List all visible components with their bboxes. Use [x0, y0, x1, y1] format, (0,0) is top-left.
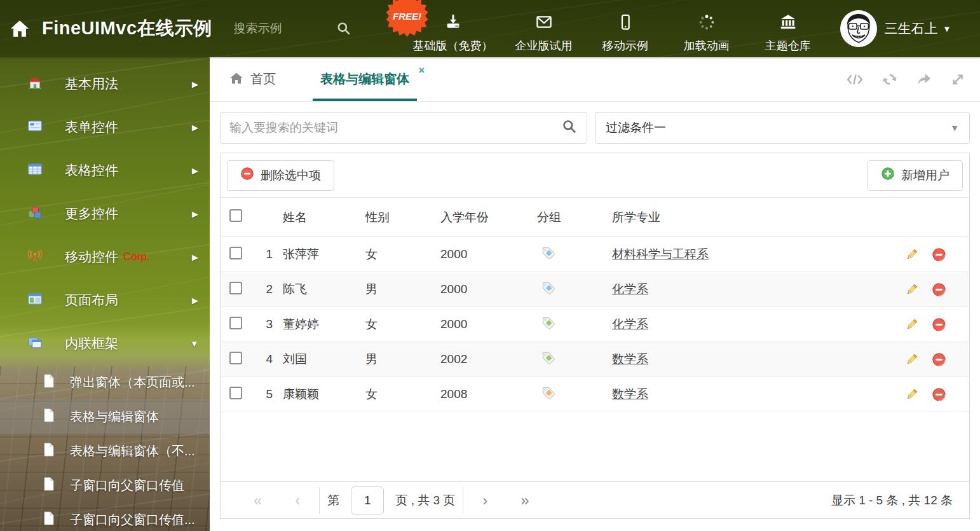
column-header-year[interactable]: 入学年份: [440, 209, 537, 226]
nav-item-basic-edition[interactable]: FREE! 基础版（免费）: [413, 4, 493, 53]
button-label: 删除选中项: [261, 167, 321, 184]
row-actions: [895, 317, 969, 332]
edit-icon[interactable]: [904, 247, 919, 262]
edit-icon[interactable]: [904, 387, 919, 402]
spinner-icon: [697, 13, 716, 34]
sidebar-subitem[interactable]: 子窗口向父窗口传值: [0, 468, 210, 502]
sidebar-subitem[interactable]: 表格与编辑窗体: [0, 399, 210, 434]
major-link[interactable]: 数学系: [612, 352, 648, 366]
grid-search-box: [220, 112, 587, 144]
page-last-button[interactable]: »: [504, 492, 545, 509]
delete-icon[interactable]: [932, 352, 946, 367]
caret-down-icon: ▼: [950, 123, 959, 133]
refresh-icon[interactable]: [881, 71, 899, 88]
edit-icon[interactable]: [904, 317, 919, 332]
sidebar-item-inline-frames[interactable]: 内联框架 ▼: [0, 322, 210, 365]
sidebar-subitem-label: 表格与编辑窗体: [70, 408, 159, 425]
major-link[interactable]: 化学系: [612, 317, 648, 331]
cell-name: 陈飞: [283, 281, 365, 298]
nav-item-theme-repo[interactable]: 主题仓库: [758, 4, 819, 53]
sidebar-item-label: 基本用法: [65, 75, 118, 93]
caret-down-icon: ▼: [943, 24, 951, 34]
row-index: 2: [255, 282, 283, 296]
row-actions: [895, 352, 969, 367]
file-icon: [42, 373, 56, 391]
major-link[interactable]: 数学系: [612, 387, 648, 401]
sidebar-item-form-controls[interactable]: 表单控件 ▶: [0, 106, 210, 149]
main-area: 首页 表格与编辑窗体 × 过滤条件一 ▼: [210, 57, 980, 531]
search-icon[interactable]: [336, 20, 352, 37]
header-search-input[interactable]: [234, 22, 330, 36]
home-icon[interactable]: [9, 18, 31, 39]
tab-home[interactable]: 首页: [229, 57, 276, 101]
grid-search-input[interactable]: [229, 121, 561, 135]
edit-icon[interactable]: [904, 352, 919, 367]
nav-item-enterprise-trial[interactable]: 企业版试用: [514, 4, 575, 53]
form-icon: [27, 118, 43, 137]
tab-label: 首页: [250, 71, 276, 88]
delete-icon[interactable]: [932, 247, 946, 262]
delete-icon[interactable]: [932, 317, 946, 332]
grid-header-row: 姓名 性别 入学年份 分组 所学专业: [221, 198, 969, 237]
tag-icon: [541, 385, 556, 401]
close-icon[interactable]: ×: [419, 65, 425, 76]
share-icon[interactable]: [915, 71, 933, 88]
table-row: 1 张萍萍 女 2000 材料科学与工程系: [221, 237, 969, 272]
user-menu[interactable]: 三生石上 ▼: [840, 10, 951, 47]
mobile-icon: [616, 13, 635, 34]
filter-dropdown[interactable]: 过滤条件一 ▼: [595, 112, 970, 144]
source-code-icon[interactable]: [845, 71, 864, 88]
nav-label: 移动示例: [602, 38, 648, 53]
edit-icon[interactable]: [904, 282, 919, 297]
cell-year: 2000: [440, 282, 537, 296]
page-first-button[interactable]: «: [237, 492, 278, 509]
column-header-major[interactable]: 所学专业: [612, 209, 895, 226]
record-count-summary: 显示 1 - 5 条 , 共 12 条: [831, 492, 953, 509]
sidebar-item-mobile-controls[interactable]: 移动控件 Corp. ▶: [0, 235, 210, 279]
divider: [463, 487, 463, 514]
column-header-group[interactable]: 分组: [537, 209, 612, 226]
row-checkbox[interactable]: [229, 282, 242, 294]
row-checkbox[interactable]: [229, 352, 242, 364]
sidebar-item-page-layout[interactable]: 页面布局 ▶: [0, 279, 210, 322]
cell-gender: 男: [365, 281, 440, 298]
page-number-input[interactable]: [351, 486, 384, 514]
table-row: 4 刘国 男 2002 数学系: [221, 342, 969, 377]
major-link[interactable]: 材料科学与工程系: [612, 247, 709, 261]
tab-grid-edit-window[interactable]: 表格与编辑窗体 ×: [313, 57, 417, 101]
delete-selected-button[interactable]: 删除选中项: [227, 160, 334, 191]
page-prefix-label: 第: [327, 492, 339, 509]
page-prev-button[interactable]: ‹: [278, 492, 316, 509]
cell-name: 董婷婷: [283, 316, 365, 333]
sidebar-item-more-controls[interactable]: 更多控件 ▶: [0, 192, 210, 235]
delete-icon[interactable]: [932, 387, 946, 402]
sidebar-subitem[interactable]: 子窗口向父窗口传值...: [0, 502, 210, 531]
select-all-checkbox[interactable]: [229, 209, 242, 222]
delete-icon[interactable]: [932, 282, 946, 297]
search-icon[interactable]: [561, 118, 578, 137]
sidebar-subitem[interactable]: 弹出窗体（本页面或...: [0, 365, 210, 399]
column-header-gender[interactable]: 性别: [365, 209, 440, 226]
row-checkbox[interactable]: [229, 387, 242, 399]
sidebar-subitem[interactable]: 表格与编辑窗体（不...: [0, 434, 210, 468]
row-index: 4: [255, 352, 283, 366]
sidebar-subitem-label: 表格与编辑窗体（不...: [70, 443, 195, 460]
column-header-name[interactable]: 姓名: [283, 209, 365, 226]
expand-icon[interactable]: [949, 71, 966, 88]
nav-item-mobile-demo[interactable]: 移动示例: [595, 4, 656, 53]
row-checkbox[interactable]: [229, 317, 242, 329]
add-user-button[interactable]: 新增用户: [868, 160, 963, 191]
sidebar-item-label: 内联框架: [65, 334, 118, 352]
cell-name: 张萍萍: [283, 246, 365, 263]
row-checkbox[interactable]: [229, 247, 242, 259]
page-next-button[interactable]: ›: [466, 492, 504, 509]
nav-item-loading-animation[interactable]: 加载动画: [676, 4, 737, 53]
sidebar-item-basic-usage[interactable]: 基本用法 ▶: [0, 62, 210, 106]
cell-gender: 女: [365, 246, 440, 263]
sidebar-item-grid-controls[interactable]: 表格控件 ▶: [0, 149, 210, 192]
cell-gender: 女: [365, 386, 440, 403]
cell-year: 2008: [440, 387, 537, 401]
nav-label: 加载动画: [684, 38, 730, 53]
major-link[interactable]: 化学系: [612, 282, 648, 296]
divider: [319, 487, 320, 514]
